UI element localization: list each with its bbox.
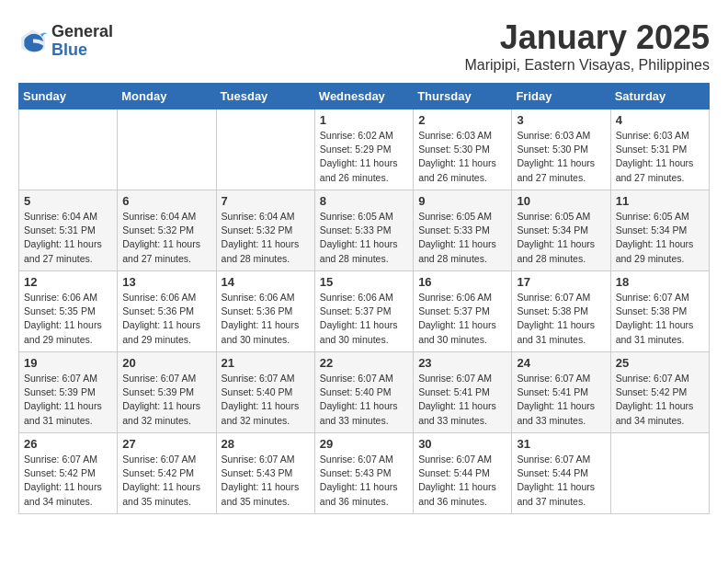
day-number: 11 bbox=[616, 194, 704, 208]
day-number: 17 bbox=[517, 275, 605, 289]
day-number: 25 bbox=[616, 356, 704, 370]
day-info: Sunrise: 6:07 AM Sunset: 5:42 PM Dayligh… bbox=[24, 453, 112, 509]
calendar-cell: 1Sunrise: 6:02 AM Sunset: 5:29 PM Daylig… bbox=[314, 109, 413, 190]
logo-icon bbox=[18, 27, 48, 56]
day-number: 3 bbox=[517, 113, 605, 127]
logo-blue-text: Blue bbox=[51, 41, 113, 60]
day-info: Sunrise: 6:06 AM Sunset: 5:36 PM Dayligh… bbox=[222, 291, 310, 347]
calendar-cell: 14Sunrise: 6:06 AM Sunset: 5:36 PM Dayli… bbox=[216, 271, 314, 352]
header-row: SundayMondayTuesdayWednesdayThursdayFrid… bbox=[19, 84, 710, 109]
calendar-cell bbox=[216, 109, 314, 190]
calendar-cell: 11Sunrise: 6:05 AM Sunset: 5:34 PM Dayli… bbox=[610, 190, 709, 271]
title-block: January 2025 Maripipi, Eastern Visayas, … bbox=[465, 18, 711, 74]
day-number: 18 bbox=[616, 275, 704, 289]
day-info: Sunrise: 6:07 AM Sunset: 5:44 PM Dayligh… bbox=[418, 453, 506, 509]
day-number: 27 bbox=[122, 437, 210, 451]
calendar-cell: 12Sunrise: 6:06 AM Sunset: 5:35 PM Dayli… bbox=[19, 271, 118, 352]
day-info: Sunrise: 6:05 AM Sunset: 5:34 PM Dayligh… bbox=[616, 210, 704, 266]
day-info: Sunrise: 6:07 AM Sunset: 5:42 PM Dayligh… bbox=[616, 372, 704, 428]
day-info: Sunrise: 6:07 AM Sunset: 5:43 PM Dayligh… bbox=[320, 453, 408, 509]
calendar-cell: 20Sunrise: 6:07 AM Sunset: 5:39 PM Dayli… bbox=[118, 352, 216, 433]
day-number: 28 bbox=[222, 437, 310, 451]
week-row-3: 12Sunrise: 6:06 AM Sunset: 5:35 PM Dayli… bbox=[19, 271, 710, 352]
day-number: 4 bbox=[616, 113, 704, 127]
day-number: 31 bbox=[517, 437, 605, 451]
calendar-cell: 15Sunrise: 6:06 AM Sunset: 5:37 PM Dayli… bbox=[314, 271, 413, 352]
calendar-cell: 9Sunrise: 6:05 AM Sunset: 5:33 PM Daylig… bbox=[414, 190, 512, 271]
day-number: 9 bbox=[418, 194, 506, 208]
day-info: Sunrise: 6:07 AM Sunset: 5:43 PM Dayligh… bbox=[222, 453, 310, 509]
day-number: 19 bbox=[24, 356, 112, 370]
logo-general-text: General bbox=[51, 23, 113, 41]
calendar-cell: 18Sunrise: 6:07 AM Sunset: 5:38 PM Dayli… bbox=[610, 271, 709, 352]
calendar-title: January 2025 bbox=[465, 18, 711, 57]
day-number: 7 bbox=[222, 194, 310, 208]
day-number: 26 bbox=[24, 437, 112, 451]
day-number: 24 bbox=[517, 356, 605, 370]
calendar-cell: 5Sunrise: 6:04 AM Sunset: 5:31 PM Daylig… bbox=[19, 190, 118, 271]
calendar-cell: 31Sunrise: 6:07 AM Sunset: 5:44 PM Dayli… bbox=[512, 433, 610, 514]
calendar-cell: 16Sunrise: 6:06 AM Sunset: 5:37 PM Dayli… bbox=[414, 271, 512, 352]
day-info: Sunrise: 6:07 AM Sunset: 5:44 PM Dayligh… bbox=[517, 453, 605, 509]
calendar-cell: 28Sunrise: 6:07 AM Sunset: 5:43 PM Dayli… bbox=[216, 433, 314, 514]
day-info: Sunrise: 6:06 AM Sunset: 5:35 PM Dayligh… bbox=[24, 291, 112, 347]
day-info: Sunrise: 6:07 AM Sunset: 5:39 PM Dayligh… bbox=[24, 372, 112, 428]
day-info: Sunrise: 6:07 AM Sunset: 5:40 PM Dayligh… bbox=[320, 372, 408, 428]
week-row-2: 5Sunrise: 6:04 AM Sunset: 5:31 PM Daylig… bbox=[19, 190, 710, 271]
calendar-cell: 22Sunrise: 6:07 AM Sunset: 5:40 PM Dayli… bbox=[314, 352, 413, 433]
day-number: 22 bbox=[320, 356, 408, 370]
day-number: 6 bbox=[122, 194, 210, 208]
week-row-5: 26Sunrise: 6:07 AM Sunset: 5:42 PM Dayli… bbox=[19, 433, 710, 514]
header-saturday: Saturday bbox=[610, 84, 709, 109]
calendar-cell: 2Sunrise: 6:03 AM Sunset: 5:30 PM Daylig… bbox=[414, 109, 512, 190]
calendar-table: SundayMondayTuesdayWednesdayThursdayFrid… bbox=[18, 83, 710, 514]
day-info: Sunrise: 6:05 AM Sunset: 5:34 PM Dayligh… bbox=[517, 210, 605, 266]
day-info: Sunrise: 6:07 AM Sunset: 5:41 PM Dayligh… bbox=[418, 372, 506, 428]
day-info: Sunrise: 6:04 AM Sunset: 5:32 PM Dayligh… bbox=[222, 210, 310, 266]
day-number: 20 bbox=[122, 356, 210, 370]
day-info: Sunrise: 6:03 AM Sunset: 5:31 PM Dayligh… bbox=[616, 129, 704, 185]
header-friday: Friday bbox=[512, 84, 610, 109]
calendar-subtitle: Maripipi, Eastern Visayas, Philippines bbox=[465, 57, 711, 74]
calendar-cell: 25Sunrise: 6:07 AM Sunset: 5:42 PM Dayli… bbox=[610, 352, 709, 433]
header-monday: Monday bbox=[118, 84, 216, 109]
day-info: Sunrise: 6:04 AM Sunset: 5:32 PM Dayligh… bbox=[122, 210, 210, 266]
day-number: 15 bbox=[320, 275, 408, 289]
calendar-cell: 24Sunrise: 6:07 AM Sunset: 5:41 PM Dayli… bbox=[512, 352, 610, 433]
day-info: Sunrise: 6:05 AM Sunset: 5:33 PM Dayligh… bbox=[418, 210, 506, 266]
day-info: Sunrise: 6:03 AM Sunset: 5:30 PM Dayligh… bbox=[418, 129, 506, 185]
header-thursday: Thursday bbox=[414, 84, 512, 109]
calendar-cell: 29Sunrise: 6:07 AM Sunset: 5:43 PM Dayli… bbox=[314, 433, 413, 514]
day-info: Sunrise: 6:07 AM Sunset: 5:38 PM Dayligh… bbox=[616, 291, 704, 347]
calendar-cell: 23Sunrise: 6:07 AM Sunset: 5:41 PM Dayli… bbox=[414, 352, 512, 433]
calendar-cell: 21Sunrise: 6:07 AM Sunset: 5:40 PM Dayli… bbox=[216, 352, 314, 433]
calendar-cell bbox=[19, 109, 118, 190]
day-number: 29 bbox=[320, 437, 408, 451]
calendar-cell: 4Sunrise: 6:03 AM Sunset: 5:31 PM Daylig… bbox=[610, 109, 709, 190]
day-info: Sunrise: 6:07 AM Sunset: 5:42 PM Dayligh… bbox=[122, 453, 210, 509]
day-info: Sunrise: 6:03 AM Sunset: 5:30 PM Dayligh… bbox=[517, 129, 605, 185]
day-info: Sunrise: 6:07 AM Sunset: 5:41 PM Dayligh… bbox=[517, 372, 605, 428]
day-number: 16 bbox=[418, 275, 506, 289]
day-number: 5 bbox=[24, 194, 112, 208]
logo: General Blue bbox=[18, 23, 113, 60]
day-info: Sunrise: 6:06 AM Sunset: 5:36 PM Dayligh… bbox=[122, 291, 210, 347]
header-sunday: Sunday bbox=[19, 84, 118, 109]
day-number: 21 bbox=[222, 356, 310, 370]
day-info: Sunrise: 6:06 AM Sunset: 5:37 PM Dayligh… bbox=[320, 291, 408, 347]
day-number: 23 bbox=[418, 356, 506, 370]
calendar-cell: 27Sunrise: 6:07 AM Sunset: 5:42 PM Dayli… bbox=[118, 433, 216, 514]
calendar-cell: 10Sunrise: 6:05 AM Sunset: 5:34 PM Dayli… bbox=[512, 190, 610, 271]
calendar-cell: 30Sunrise: 6:07 AM Sunset: 5:44 PM Dayli… bbox=[414, 433, 512, 514]
day-number: 14 bbox=[222, 275, 310, 289]
day-number: 1 bbox=[320, 113, 408, 127]
calendar-cell: 17Sunrise: 6:07 AM Sunset: 5:38 PM Dayli… bbox=[512, 271, 610, 352]
day-number: 13 bbox=[122, 275, 210, 289]
calendar-cell: 3Sunrise: 6:03 AM Sunset: 5:30 PM Daylig… bbox=[512, 109, 610, 190]
calendar-cell: 7Sunrise: 6:04 AM Sunset: 5:32 PM Daylig… bbox=[216, 190, 314, 271]
header-tuesday: Tuesday bbox=[216, 84, 314, 109]
logo-text: General Blue bbox=[51, 23, 113, 60]
day-number: 2 bbox=[418, 113, 506, 127]
calendar-cell: 8Sunrise: 6:05 AM Sunset: 5:33 PM Daylig… bbox=[314, 190, 413, 271]
calendar-cell: 26Sunrise: 6:07 AM Sunset: 5:42 PM Dayli… bbox=[19, 433, 118, 514]
